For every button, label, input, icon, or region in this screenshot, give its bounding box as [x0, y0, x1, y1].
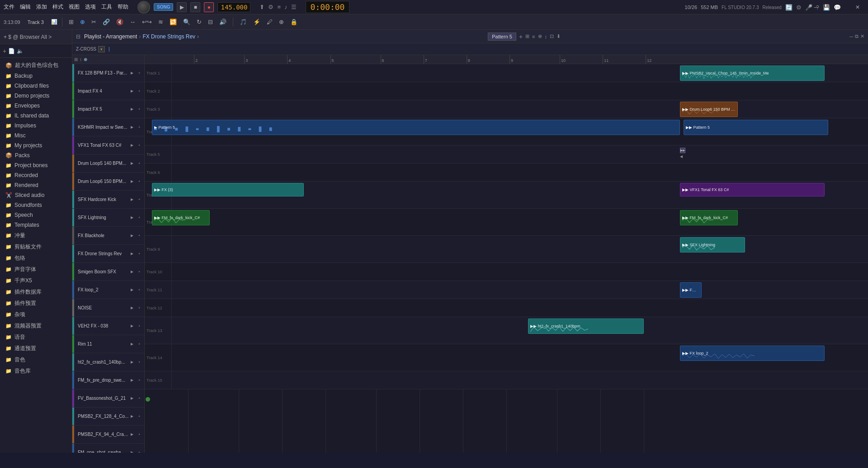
clip-fm-ep[interactable]: ▶▶ FM_.ep: [680, 282, 702, 298]
track-row-12[interactable]: Track 12: [145, 299, 868, 317]
track-7-settings[interactable]: +: [136, 197, 142, 203]
close-button[interactable]: ✕: [847, 0, 868, 14]
sidebar-item-16[interactable]: 📁 Templates: [0, 220, 72, 230]
track-row-6[interactable]: Track 6: [145, 164, 868, 182]
snap-icon[interactable]: ⊞: [67, 18, 75, 26]
pattern-tool5[interactable]: ⊡: [550, 33, 554, 39]
sidebar-item-13[interactable]: ✂️ Sliced audio: [0, 190, 72, 200]
route-icon[interactable]: ⚡: [251, 18, 262, 26]
draw-icon[interactable]: 🖊: [265, 18, 274, 26]
song-button[interactable]: SONG: [154, 3, 173, 11]
knife-icon[interactable]: ✂: [90, 18, 98, 26]
track-row-2[interactable]: Track 2: [145, 82, 868, 100]
track-18-mute[interactable]: ▶: [129, 395, 135, 402]
sidebar-item-10[interactable]: 📁 Project bones: [0, 160, 72, 170]
clip-fx3[interactable]: ▶▶ FX (3): [152, 183, 304, 197]
slip-icon[interactable]: ↔: [128, 18, 137, 26]
track-item-13[interactable]: NOISE ▶ +: [72, 299, 144, 317]
sidebar-item-26[interactable]: 📁 语音: [0, 332, 72, 343]
sidebar-item-23[interactable]: 📁 插件预置: [0, 298, 72, 309]
menu-edit[interactable]: 编辑: [20, 3, 31, 11]
track-row-7[interactable]: Track 7 ▶▶ FX (3) ▶▶ VFX1 Tonal FX 63 C#: [145, 182, 868, 209]
zoom-icon[interactable]: 🔍: [181, 18, 192, 26]
track-8-settings[interactable]: +: [136, 215, 142, 221]
sidebar-item-27[interactable]: 📁 通道预置: [0, 343, 72, 354]
track-0-settings[interactable]: +: [136, 70, 142, 76]
reverse-icon[interactable]: ↩↪: [140, 18, 154, 26]
track-sort-icon[interactable]: ⊞: [74, 57, 78, 62]
update-icon[interactable]: 🔄: [785, 4, 793, 11]
pattern-tool6[interactable]: ⬇: [557, 33, 561, 39]
sidebar-item-2[interactable]: 📁 Clipboard files: [0, 81, 72, 91]
track-5-settings[interactable]: +: [136, 160, 142, 167]
track-2-settings[interactable]: +: [136, 106, 142, 112]
track-item-3[interactable]: KSHMR Impact w Swe... ▶ +: [72, 118, 144, 136]
track-row-13[interactable]: Track 13 ▶▶ ht2_fx_crash1_140bpm: [145, 317, 868, 344]
track-item-15[interactable]: Rim 11 ▶ +: [72, 335, 144, 353]
sidebar-item-22[interactable]: 📁 插件数据库: [0, 286, 72, 298]
piano-icon[interactable]: ♪: [284, 4, 288, 10]
track-19-settings[interactable]: +: [136, 413, 142, 420]
track-add-icon[interactable]: ⊕: [84, 57, 87, 62]
pattern-add-icon[interactable]: +: [519, 33, 523, 40]
clip-sfx-lightning[interactable]: ▶▶ SFX Lightning: [680, 237, 745, 253]
sidebar-item-8[interactable]: 📁 My projects: [0, 140, 72, 150]
track-0-mute[interactable]: ▶: [129, 70, 135, 76]
sidebar-speaker-icon[interactable]: 🔈: [17, 48, 24, 54]
zcross-toggle[interactable]: ▾: [98, 46, 105, 52]
track-item-20[interactable]: PMSB2_FX_94_4_Cras... ▶ +: [72, 426, 144, 444]
track-item-4[interactable]: VFX1 Tonal FX 63 C# ▶ +: [72, 136, 144, 154]
track-18-settings[interactable]: +: [136, 395, 142, 402]
track-item-1[interactable]: Impact FX 4 ▶ +: [72, 82, 144, 100]
track-row-5[interactable]: Track 5 ▶▶ ◀: [145, 145, 868, 164]
breadcrumb-item[interactable]: FX Drone Strings Rev: [142, 33, 195, 40]
track-2-mute[interactable]: ▶: [129, 106, 135, 112]
clip-ht2-crash[interactable]: ▶▶ ht2_fx_crash1_140bpm: [528, 318, 644, 334]
sidebar-item-0[interactable]: 📦 超大的音色综合包: [0, 60, 72, 71]
track-21-mute[interactable]: ▶: [129, 449, 135, 453]
sidebar-item-12[interactable]: 📁 Rendered: [0, 180, 72, 190]
playlist-minimize-btn[interactable]: ─: [849, 34, 853, 39]
sidebar-item-4[interactable]: 📁 Envelopes: [0, 101, 72, 111]
track-11-mute[interactable]: ▶: [129, 269, 135, 275]
clip-pattern5-b[interactable]: ▶▶ Pattern 5: [684, 120, 828, 135]
track-volume-icon[interactable]: 📊: [51, 19, 57, 25]
track-4-mute[interactable]: ▶: [129, 142, 135, 149]
track-item-5[interactable]: Drum Loop5 140 BPM... ▶ +: [72, 154, 144, 173]
track-row-10[interactable]: Track 10: [145, 263, 868, 281]
sidebar-item-25[interactable]: 📁 混频器预置: [0, 320, 72, 332]
mixer-icon[interactable]: ≡: [277, 4, 281, 10]
track-3-mute[interactable]: ▶: [129, 124, 135, 131]
tracks-container[interactable]: Track 1 ▶▶ PMSB2_Vocal_Chop_145_0min_Ins…: [145, 64, 868, 453]
sidebar-item-24[interactable]: 📁 杂项: [0, 309, 72, 320]
sidebar-item-20[interactable]: 📁 声音字体: [0, 264, 72, 275]
track-1-mute[interactable]: ▶: [129, 88, 135, 94]
track-row-3[interactable]: Track 3 ▶▶ Drum Loop6 150 BPM Claps ▶: [145, 100, 868, 118]
track-row-15[interactable]: Track 15: [145, 371, 868, 389]
sidebar-item-1[interactable]: 📁 Backup: [0, 71, 72, 81]
track-1-settings[interactable]: +: [136, 88, 142, 94]
track-15-mute[interactable]: ▶: [129, 341, 135, 347]
track-6-settings[interactable]: +: [136, 178, 142, 185]
track-move-icon[interactable]: ↕: [80, 57, 82, 62]
pattern-settings-icon[interactable]: ⚙: [268, 4, 274, 10]
track-item-6[interactable]: Drum Loop6 150 BPM... ▶ +: [72, 173, 144, 191]
loop-icon[interactable]: 🔁: [168, 18, 179, 26]
track-10-mute[interactable]: ▶: [129, 251, 135, 257]
track-11-settings[interactable]: +: [136, 269, 142, 275]
track-row-8[interactable]: Track 8 ▶▶ FM_fx_dark_kick_C# ▶▶ FM_fx_d…: [145, 209, 868, 236]
sidebar-item-18[interactable]: 📁 剪贴板文件: [0, 241, 72, 253]
sidebar-item-19[interactable]: 📁 包络: [0, 253, 72, 264]
menu-help[interactable]: 帮助: [118, 3, 128, 11]
track-8-mute[interactable]: ▶: [129, 215, 135, 221]
track-12-settings[interactable]: +: [136, 287, 142, 293]
vol-icon[interactable]: 🔊: [217, 18, 228, 26]
track-20-mute[interactable]: ▶: [129, 431, 135, 438]
track-3-settings[interactable]: +: [136, 124, 142, 131]
clip-drum-loop6[interactable]: ▶▶ Drum Loop6 150 BPM Claps ▶: [680, 102, 738, 117]
track-item-17[interactable]: FM_fx_pre_drop_swe... ▶ +: [72, 371, 144, 389]
track-21-settings[interactable]: +: [136, 449, 142, 453]
track-row-11[interactable]: Track 11 ▶▶ FM_.ep: [145, 281, 868, 299]
sidebar-item-14[interactable]: 📁 Soundfonts: [0, 200, 72, 210]
clip-fm-dark-a[interactable]: ▶▶ FM_fx_dark_kick_C#: [152, 210, 210, 225]
